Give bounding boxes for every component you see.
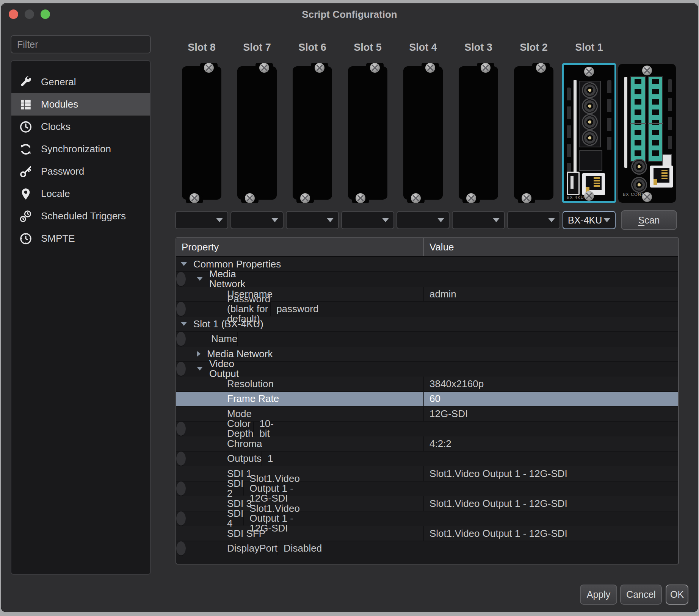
sidebar-item-scheduled-triggers[interactable]: Scheduled Triggers [11,205,150,227]
blank-plate[interactable] [293,66,332,200]
property-cell: SDI 4 [176,511,244,526]
table-row-media-network[interactable]: Media Network [176,272,186,287]
location-pin-icon [19,187,33,201]
sidebar-item-locale[interactable]: Locale [11,183,150,205]
screw-icon [536,63,546,73]
sidebar-item-synchronization[interactable]: Synchronization [11,138,150,160]
slot1-module-card[interactable]: BX-4KU [562,63,616,203]
group-cell: Video Output [176,362,197,376]
collapse-triangle-icon[interactable] [181,322,187,326]
module-select-slot-4[interactable] [397,211,450,229]
bnc-connector-icon [582,114,598,130]
collapse-triangle-icon[interactable] [181,262,187,266]
collapse-triangle-icon[interactable] [197,277,203,281]
expansion-card[interactable]: BX-CON1 [618,64,676,203]
ok-button[interactable]: OK [666,585,688,605]
table-row-chroma[interactable]: Chroma4:2:2 [176,436,678,452]
timecode-clock-icon [19,232,33,245]
blank-plate[interactable] [514,66,553,200]
property-cell: Username [176,287,424,301]
module-select-slot-7[interactable] [230,211,284,229]
blank-plate[interactable] [459,66,498,200]
table-row-frame-rate[interactable]: Frame Rate60 [176,392,678,407]
blank-plate[interactable] [348,66,387,200]
module-select-slot-2[interactable] [507,211,560,229]
blank-plate[interactable] [182,66,221,200]
module-select-slot-5[interactable] [341,211,394,229]
property-value: 4:2:2 [429,439,451,449]
table-row-displayport[interactable]: DisplayPortDisabled [176,541,186,557]
key-icon [19,165,33,178]
table-row-sdi-sfp[interactable]: SDI SFPSlot1.Video Output 1 - 12G-SDI [176,526,678,541]
value-cell[interactable]: Disabled [278,541,322,556]
table-row-color-depth[interactable]: Color Depth10-bit [176,422,186,437]
property-cell: SDI 2 [176,482,244,496]
property-cell: SDI 3 [176,496,424,511]
value-cell[interactable]: Slot1.Video Output 1 - 12G-SDI [424,496,678,511]
table-row-name[interactable]: Name [176,332,186,347]
value-cell[interactable]: password [271,302,318,316]
property-label: Name [211,334,237,344]
scan-button[interactable]: Scan [621,210,677,230]
value-cell[interactable]: Slot1.Video Output 1 - 12G-SDI [424,526,678,541]
module-select-slot-3[interactable] [452,211,505,229]
table-row-password-blank-for-default[interactable]: Password (blank for default)password [176,302,186,317]
value-cell[interactable]: 4:2:2 [424,436,678,451]
bnc-connector-icon [631,177,647,193]
ethernet-tab [654,179,657,185]
screw-icon [411,193,421,203]
slot-plate-area [340,63,395,203]
table-header: Property Value [176,238,678,257]
value-cell[interactable]: Slot1.Video Output 1 - 12G-SDI [244,482,300,496]
property-cell: Name [176,332,238,346]
module-select-slot-1[interactable]: BX-4KU [563,211,616,229]
blank-plate[interactable] [237,66,277,200]
slot-label: Slot 5 [354,40,382,55]
filter-input[interactable] [11,35,151,53]
property-cell: Color Depth [176,422,254,436]
slot-label: Slot 4 [409,40,437,55]
table-row-sdi-4[interactable]: SDI 4Slot1.Video Output 1 - 12G-SDI [176,511,186,527]
expand-triangle-icon[interactable] [197,351,201,357]
value-cell[interactable]: 10-bit [254,422,274,436]
slot-column-slot-8: Slot 8 [174,40,229,230]
group-label: Common Properties [193,259,281,269]
table-row-outputs[interactable]: Outputs1 [176,452,186,467]
chevron-down-icon [216,218,223,222]
slot-plate-area [451,63,506,203]
value-cell[interactable]: 12G-SDI [424,406,678,421]
value-cell[interactable]: admin [424,287,678,301]
table-row-slot-1-bx-4ku[interactable]: Slot 1 (BX-4KU) [176,317,678,332]
titlebar: Script Configuration [1,3,698,25]
apply-button[interactable]: Apply [580,585,617,605]
sidebar-item-general[interactable]: General [11,71,150,93]
slot-column-slot-4: Slot 4 [395,40,451,230]
table-row-common-properties[interactable]: Common Properties [176,257,678,272]
cancel-button[interactable]: Cancel [620,585,662,605]
sidebar-item-modules[interactable]: Modules [11,93,150,116]
table-row-sdi-2[interactable]: SDI 2Slot1.Video Output 1 - 12G-SDI [176,482,186,497]
slot-plate-area [395,63,451,203]
property-cell: SDI 1 [176,466,424,481]
screw-icon [204,63,214,73]
collapse-triangle-icon[interactable] [197,367,203,371]
module-select-slot-6[interactable] [286,211,339,229]
group-cell: Media Network [176,272,197,286]
group-cell: Media Network [176,347,678,361]
chevron-down-icon [382,218,389,222]
table-row-video-output[interactable]: Video Output [176,362,186,377]
value-cell[interactable]: Slot1.Video Output 1 - 12G-SDI [244,511,300,526]
value-cell[interactable] [238,332,243,346]
value-cell[interactable]: Slot1.Video Output 1 - 12G-SDI [424,466,678,481]
sfp-cage [579,150,602,171]
table-row-resolution[interactable]: Resolution3840x2160p [176,377,678,392]
blank-plate[interactable] [403,66,443,200]
table-row-media-network[interactable]: Media Network [176,347,678,362]
sidebar-item-password[interactable]: Password [11,160,150,183]
sidebar-item-clocks[interactable]: Clocks [11,116,150,138]
module-select-slot-8[interactable] [175,211,228,229]
sidebar-item-smpte[interactable]: SMPTE [11,227,150,250]
value-cell[interactable]: 3840x2160p [424,377,678,391]
value-cell[interactable]: 1 [262,452,273,466]
value-cell[interactable]: 60 [424,392,678,406]
